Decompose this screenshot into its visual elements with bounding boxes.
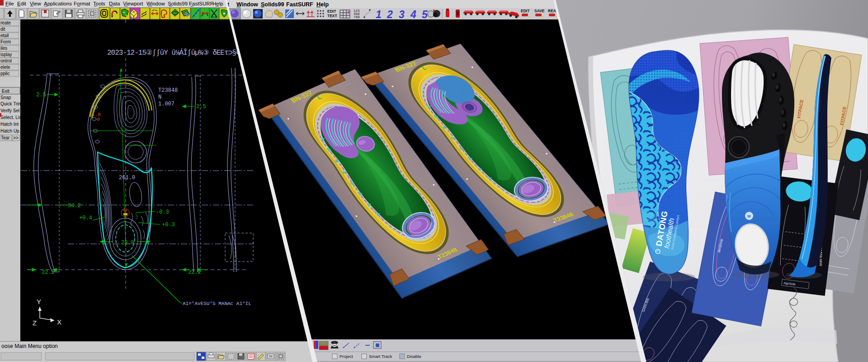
svg-text:Tools: Tools xyxy=(93,1,105,6)
svg-text:Data: Data xyxy=(109,1,120,6)
svg-text:A1=°AvESU°S MANAc A1°IL: A1=°AvESU°S MANAc A1°IL xyxy=(183,301,251,306)
svg-text:261.0: 261.0 xyxy=(119,175,135,181)
svg-text:Hatch Int: Hatch Int xyxy=(0,122,19,127)
svg-text:ontrol: ontrol xyxy=(0,58,12,63)
svg-text:FastSURF: FastSURF xyxy=(286,1,313,8)
svg-text:Help: Help xyxy=(316,1,329,8)
svg-text:oose Main Menu option: oose Main Menu option xyxy=(1,343,58,349)
svg-text:Solids99: Solids99 xyxy=(261,1,284,8)
svg-text:Quick Trim: Quick Trim xyxy=(0,101,22,106)
svg-text:+0.3: +0.3 xyxy=(162,222,175,228)
svg-text:4: 4 xyxy=(410,9,416,20)
svg-text:3: 3 xyxy=(347,10,349,14)
svg-text:5: 5 xyxy=(422,9,428,20)
svg-text:Tear: Tear xyxy=(1,135,10,140)
svg-text:elete: elete xyxy=(0,65,10,70)
svg-text:2.5: 2.5 xyxy=(196,104,206,110)
svg-text:reate: reate xyxy=(0,20,11,25)
svg-text:2.5: 2.5 xyxy=(36,92,46,98)
svg-text:iles: iles xyxy=(0,46,7,51)
svg-text:Window: Window xyxy=(146,1,165,6)
svg-text:1: 1 xyxy=(376,9,382,20)
svg-text:etail: etail xyxy=(0,33,9,38)
svg-text:isplay: isplay xyxy=(0,52,12,57)
svg-text:-0.3: -0.3 xyxy=(156,209,169,215)
svg-text:Z: Z xyxy=(33,319,37,327)
svg-text:Project: Project xyxy=(340,354,353,359)
svg-text:3: 3 xyxy=(399,9,405,20)
svg-text:M: M xyxy=(747,214,751,219)
svg-text:Hatch Up.: Hatch Up. xyxy=(0,129,20,133)
svg-text:X: X xyxy=(57,318,61,326)
svg-text:Help: Help xyxy=(212,1,223,6)
svg-text:Select. List: Select. List xyxy=(0,115,23,120)
svg-text:View: View xyxy=(30,1,41,6)
svg-text:0: 0 xyxy=(97,117,100,122)
svg-text:Y: Y xyxy=(37,298,41,305)
svg-text:T23848: T23848 xyxy=(158,87,178,94)
svg-text:SAVE: SAVE xyxy=(534,9,545,13)
svg-text:Smart Track: Smart Track xyxy=(369,354,392,359)
svg-text:R4: R4 xyxy=(123,208,127,212)
svg-text:Form: Form xyxy=(0,39,11,44)
svg-text:Solids99: Solids99 xyxy=(168,1,188,6)
svg-text:789: 789 xyxy=(354,15,360,19)
svg-text:23.8: 23.8 xyxy=(121,240,134,246)
svg-text:2023-12-15②∫∫ûY û¼ÁÎ∫ûµ¾③ δΕΕτ: 2023-12-15②∫∫ûY û¼ÁÎ∫ûµ¾③ δΕΕτ⊃§¤ ⊃§ xyxy=(107,48,252,57)
svg-text:>>: >> xyxy=(13,135,19,140)
svg-text:+0.4: +0.4 xyxy=(79,215,92,221)
svg-text:N: N xyxy=(158,94,161,100)
svg-text:Exit: Exit xyxy=(2,89,9,94)
svg-text:Disable: Disable xyxy=(407,354,421,359)
svg-text:34.2: 34.2 xyxy=(68,203,81,209)
svg-text:FastSURF: FastSURF xyxy=(189,1,213,6)
svg-text:2: 2 xyxy=(387,9,393,20)
svg-text:EDIT: EDIT xyxy=(521,9,530,13)
svg-text:Edit: Edit xyxy=(17,1,27,6)
svg-text:22.2: 22.2 xyxy=(42,269,55,276)
svg-text:Format: Format xyxy=(74,1,90,6)
svg-text:Window: Window xyxy=(236,1,258,8)
svg-text:EDIT: EDIT xyxy=(327,9,336,14)
svg-text:READ: READ xyxy=(548,9,559,13)
svg-text:File: File xyxy=(5,1,14,6)
svg-text:1.007: 1.007 xyxy=(158,101,175,107)
svg-text:Viewport: Viewport xyxy=(123,1,143,6)
svg-text:Verify Sel: Verify Sel xyxy=(0,108,19,113)
svg-text:dit: dit xyxy=(0,27,5,32)
svg-text:Applications: Applications xyxy=(44,1,72,6)
svg-text:pplic: pplic xyxy=(0,71,10,76)
svg-text:TEXT: TEXT xyxy=(327,14,338,18)
svg-text:Snap: Snap xyxy=(0,95,11,100)
